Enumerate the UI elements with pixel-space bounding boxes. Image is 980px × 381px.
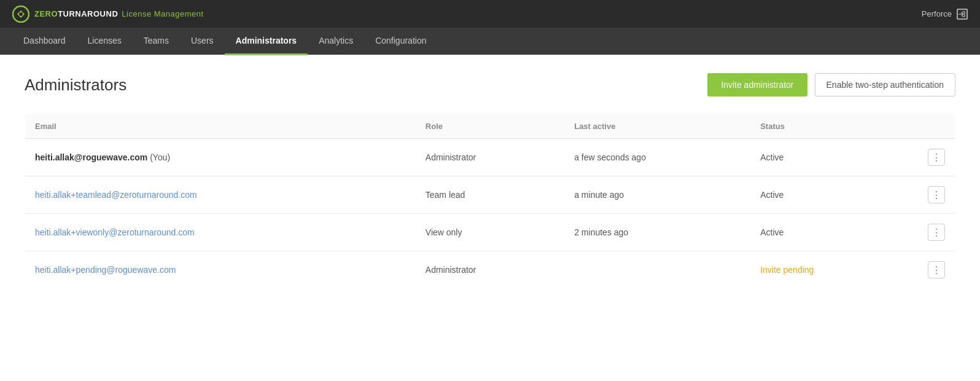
cell-last-active: [564, 251, 750, 289]
table-header: Email Role Last active Status: [25, 114, 955, 139]
top-right-area: Perforce: [922, 9, 968, 20]
cell-email: heiti.allak@roguewave.com (You): [25, 139, 416, 176]
cell-last-active: a few seconds ago: [564, 139, 750, 176]
status-badge: Active: [760, 190, 784, 200]
nav-item-teams[interactable]: Teams: [133, 28, 180, 55]
cell-actions: ⋮: [900, 251, 955, 289]
logo-text: ZEROTURNAROUNDLicense Management: [34, 9, 204, 18]
col-header-actions: [900, 114, 955, 139]
table-row: heiti.allak+pending@roguewave.comAdminis…: [25, 251, 955, 289]
col-header-email: Email: [25, 114, 416, 139]
row-action-menu-button[interactable]: ⋮: [928, 261, 945, 278]
cell-role: Administrator: [416, 251, 564, 289]
cell-last-active: 2 minutes ago: [564, 214, 750, 251]
nav-item-dashboard[interactable]: Dashboard: [12, 28, 77, 55]
col-header-status: Status: [750, 114, 899, 139]
email-you-suffix: (You): [147, 152, 170, 162]
table-row: heiti.allak+teamlead@zeroturnaround.comT…: [25, 176, 955, 214]
nav-item-analytics[interactable]: Analytics: [308, 28, 364, 55]
header-actions: Invite administrator Enable two-step aut…: [707, 73, 955, 96]
status-badge: Active: [760, 152, 784, 162]
table-row: heiti.allak+viewonly@zeroturnaround.comV…: [25, 214, 955, 251]
email-link[interactable]: heiti.allak+teamlead@zeroturnaround.com: [35, 190, 197, 200]
cell-actions: ⋮: [900, 214, 955, 251]
top-bar: ZEROTURNAROUNDLicense Management Perforc…: [0, 0, 980, 28]
row-action-menu-button[interactable]: ⋮: [928, 149, 945, 166]
email-link[interactable]: heiti.allak+pending@roguewave.com: [35, 265, 176, 275]
email-bold: heiti.allak@roguewave.com: [35, 152, 147, 162]
col-header-last-active: Last active: [564, 114, 750, 139]
cell-email: heiti.allak+teamlead@zeroturnaround.com: [25, 176, 416, 214]
nav-item-licenses[interactable]: Licenses: [77, 28, 133, 55]
status-badge: Invite pending: [760, 265, 814, 275]
nav-item-configuration[interactable]: Configuration: [364, 28, 437, 55]
cell-actions: ⋮: [900, 139, 955, 176]
logo-zero: ZERO: [34, 9, 58, 18]
enable-two-step-auth-button[interactable]: Enable two-step authentication: [815, 73, 955, 96]
row-action-menu-button[interactable]: ⋮: [928, 186, 945, 203]
cell-status: Active: [750, 139, 899, 176]
logo-turnaround: TURNAROUND: [58, 9, 118, 18]
cell-status: Active: [750, 176, 899, 214]
cell-email: heiti.allak+viewonly@zeroturnaround.com: [25, 214, 416, 251]
cell-status: Invite pending: [750, 251, 899, 289]
current-user-name: Perforce: [922, 9, 952, 18]
nav-bar: Dashboard Licenses Teams Users Administr…: [0, 28, 980, 55]
svg-point-1: [19, 12, 23, 16]
page-header: Administrators Invite administrator Enab…: [25, 73, 955, 96]
cell-role: Administrator: [416, 139, 564, 176]
table-row: heiti.allak@roguewave.com (You)Administr…: [25, 139, 955, 176]
cell-last-active: a minute ago: [564, 176, 750, 214]
logout-icon[interactable]: [957, 9, 968, 20]
table-body: heiti.allak@roguewave.com (You)Administr…: [25, 139, 955, 289]
cell-email: heiti.allak+pending@roguewave.com: [25, 251, 416, 289]
row-action-menu-button[interactable]: ⋮: [928, 224, 945, 241]
main-content: Administrators Invite administrator Enab…: [0, 55, 980, 381]
administrators-table: Email Role Last active Status heiti.alla…: [25, 114, 955, 289]
page-title: Administrators: [25, 76, 126, 95]
cell-actions: ⋮: [900, 176, 955, 214]
logo-lm: License Management: [122, 9, 203, 18]
email-link[interactable]: heiti.allak+viewonly@zeroturnaround.com: [35, 227, 195, 237]
status-badge: Active: [760, 227, 784, 237]
cell-role: Team lead: [416, 176, 564, 214]
logo-area: ZEROTURNAROUNDLicense Management: [12, 6, 204, 23]
invite-administrator-button[interactable]: Invite administrator: [707, 73, 807, 96]
cell-role: View only: [416, 214, 564, 251]
logo-icon: [12, 6, 29, 23]
col-header-role: Role: [416, 114, 564, 139]
cell-status: Active: [750, 214, 899, 251]
nav-item-administrators[interactable]: Administrators: [225, 28, 308, 55]
nav-item-users[interactable]: Users: [180, 28, 225, 55]
